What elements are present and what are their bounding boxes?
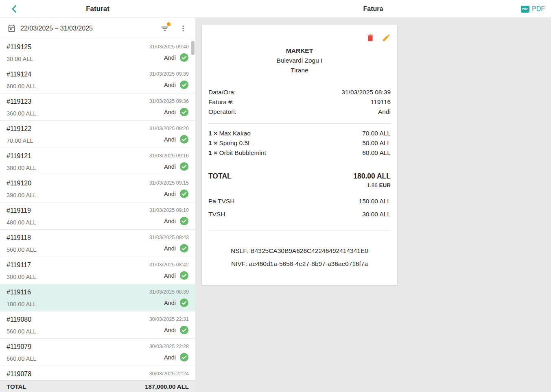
divider xyxy=(208,82,391,82)
invoice-number: #119078 xyxy=(7,370,31,378)
invoice-list-item[interactable]: #119125 30.00 ALL 31/03/2025 09:40 Andi xyxy=(0,39,195,66)
invoice-number: #119118 xyxy=(7,234,36,242)
invoice-operator: Andi xyxy=(164,245,176,252)
tax-label: Pa TVSH xyxy=(208,195,234,208)
item-row: 1 × Max Kakao 70.00 ALL xyxy=(208,128,391,138)
check-circle-icon xyxy=(179,271,189,280)
invoice-list-item[interactable]: #119118 560.00 ALL 31/03/2025 08:43 Andi xyxy=(0,230,195,257)
item-qty: 1 × xyxy=(208,139,217,146)
invoice-amount: 180.00 ALL xyxy=(7,301,36,307)
invoice-list-item[interactable]: #119123 360.00 ALL 31/03/2025 09:36 Andi xyxy=(0,94,195,121)
invoice-amount: 300.00 ALL xyxy=(7,274,36,280)
invoice-amount: 70.00 ALL xyxy=(7,137,33,144)
check-circle-icon xyxy=(179,162,189,171)
invoice-list-item[interactable]: #119078 30/03/2025 22:24 xyxy=(0,366,195,380)
meta-value: 119116 xyxy=(371,97,391,107)
invoice-list-item[interactable]: #119117 300.00 ALL 31/03/2025 08:42 Andi xyxy=(0,257,195,284)
invoice-operator: Andi xyxy=(164,272,176,279)
invoice-list-item[interactable]: #119122 70.00 ALL 31/03/2025 09:20 Andi xyxy=(0,121,195,148)
delete-button[interactable] xyxy=(366,33,375,42)
total-row: TOTAL 180.00 ALL xyxy=(208,172,391,181)
invoice-amount: 560.00 ALL xyxy=(7,246,36,253)
total-label: TOTAL xyxy=(208,172,232,181)
invoice-datetime: 30/03/2025 22:28 xyxy=(149,343,189,349)
invoice-meta: Data/Ora: 31/03/2025 08:39 Fatura #: 119… xyxy=(208,87,391,117)
item-price: 70.00 ALL xyxy=(362,128,391,138)
invoice-number: #119122 xyxy=(7,125,33,133)
invoice-number: #119124 xyxy=(7,71,36,78)
pdf-export-button[interactable]: PDF PDF xyxy=(521,0,545,18)
invoice-operator: Andi xyxy=(164,218,176,224)
edit-button[interactable] xyxy=(382,33,391,42)
invoice-number: #119117 xyxy=(7,261,36,269)
check-circle-icon xyxy=(179,298,189,307)
store-name: MARKET xyxy=(208,46,391,56)
check-circle-icon xyxy=(179,216,189,226)
invoice-number: #119119 xyxy=(7,207,36,214)
invoice-datetime: 31/03/2025 09:36 xyxy=(149,98,189,104)
total-value: 180.00 ALL xyxy=(353,172,391,181)
divider xyxy=(208,231,391,231)
pencil-icon xyxy=(382,33,391,42)
tax-value: 150.00 ALL xyxy=(359,195,391,208)
check-circle-icon xyxy=(179,325,189,335)
invoice-operator: Andi xyxy=(164,136,176,143)
more-options-button[interactable] xyxy=(177,22,189,35)
invoice-operator: Andi xyxy=(164,109,176,115)
invoice-list-item[interactable]: #119080 560.00 ALL 30/03/2025 22:31 Andi xyxy=(0,311,195,339)
invoice-datetime: 31/03/2025 09:10 xyxy=(149,207,189,213)
invoice-items: 1 × Max Kakao 70.00 ALL 1 × Spring 0.5L … xyxy=(208,128,391,158)
invoice-list-item[interactable]: #119116 180.00 ALL 31/03/2025 08:39 Andi xyxy=(0,284,195,311)
nslf-code: NSLF: B4325CA30B9A626C42246492414341E0 xyxy=(208,244,391,257)
invoice-datetime: 31/03/2025 09:15 xyxy=(149,180,189,186)
list-total-bar: TOTAL 187,000.00 ALL xyxy=(0,380,195,392)
invoice-amount: 30.00 ALL xyxy=(7,56,33,62)
meta-label: Operatori: xyxy=(208,107,236,117)
invoice-list-item[interactable]: #119120 390.00 ALL 31/03/2025 09:15 Andi xyxy=(0,175,195,203)
invoice-number: #119121 xyxy=(7,152,36,160)
back-button[interactable] xyxy=(9,4,20,14)
invoice-number: #119120 xyxy=(7,180,36,187)
invoice-datetime: 30/03/2025 22:31 xyxy=(149,316,189,322)
meta-row: Fatura #: 119116 xyxy=(208,97,391,107)
invoice-list-item[interactable]: #119121 380.00 ALL 31/03/2025 09:16 Andi xyxy=(0,148,195,175)
invoice-list-panel: Faturat 22/03/2025 – 31/03/2025 #119125 … xyxy=(0,0,195,392)
check-circle-icon xyxy=(179,353,189,362)
date-range-value[interactable]: 22/03/2025 – 31/03/2025 xyxy=(20,25,93,32)
invoice-detail-panel: Fatura PDF PDF MARKET Bulevardi Zo xyxy=(195,0,551,392)
receipt-actions xyxy=(208,32,391,42)
eur-currency: EUR xyxy=(379,182,391,188)
item-name: Max Kakao xyxy=(219,130,251,137)
item-row: 1 × Orbit Bubblemint 60.00 ALL xyxy=(208,148,391,158)
item-name: Spring 0.5L xyxy=(219,139,251,146)
invoice-datetime: 31/03/2025 09:20 xyxy=(149,125,189,131)
total-eur: 1.86 EUR xyxy=(208,182,391,188)
store-address-line1: Bulevardi Zogu I xyxy=(208,56,391,65)
check-circle-icon xyxy=(179,189,189,198)
invoice-list-item[interactable]: #119124 680.00 ALL 31/03/2025 09:39 Andi xyxy=(0,66,195,94)
list-scrollbar-thumb[interactable] xyxy=(191,41,195,55)
invoice-list-item[interactable]: #119079 660.00 ALL 30/03/2025 22:28 Andi xyxy=(0,339,195,366)
check-circle-icon xyxy=(179,135,189,144)
check-circle-icon xyxy=(179,53,189,62)
invoice-amount: 680.00 ALL xyxy=(7,83,36,89)
invoice-amount: 390.00 ALL xyxy=(7,192,36,198)
detail-title: Fatura xyxy=(363,5,383,13)
kebab-menu-icon xyxy=(179,24,187,33)
invoice-amount: 560.00 ALL xyxy=(7,328,36,335)
eur-amount: 1.86 xyxy=(367,182,377,188)
invoice-amount: 480.00 ALL xyxy=(7,219,36,226)
filter-button[interactable] xyxy=(158,22,172,35)
item-qty: 1 × xyxy=(208,130,217,137)
invoice-list-item[interactable]: #119119 480.00 ALL 31/03/2025 09:10 Andi xyxy=(0,203,195,230)
invoice-number: #119125 xyxy=(7,44,33,51)
invoice-list: #119125 30.00 ALL 31/03/2025 09:40 Andi … xyxy=(0,39,195,380)
item-qty: 1 × xyxy=(208,149,217,156)
item-price: 60.00 ALL xyxy=(362,148,391,158)
check-circle-icon xyxy=(179,244,189,253)
invoice-operator: Andi xyxy=(164,354,176,361)
fiscal-codes: NSLF: B4325CA30B9A626C42246492414341E0 N… xyxy=(208,244,391,270)
pdf-button-label: PDF xyxy=(532,5,545,13)
page-title: Faturat xyxy=(86,5,109,13)
invoice-datetime: 31/03/2025 09:40 xyxy=(149,44,189,50)
